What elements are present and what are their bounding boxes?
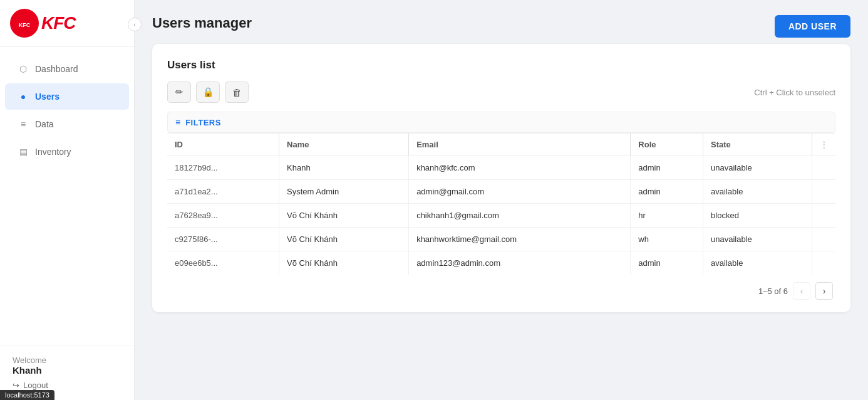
lock-button[interactable]: 🔒 xyxy=(196,82,220,103)
sidebar-item-label-users: Users xyxy=(35,92,59,102)
ctrl-hint: Ctrl + Click to unselect xyxy=(754,88,835,97)
next-page-button[interactable]: › xyxy=(815,282,833,300)
users-list-card: Users list ✏ 🔒 🗑 Ctrl + Click to unselec… xyxy=(152,44,850,312)
cell-email: khanhworktime@gmail.com xyxy=(409,228,631,251)
toolbar-left: ✏ 🔒 🗑 xyxy=(167,82,249,103)
kfc-logo-circle: KFC xyxy=(10,9,39,38)
cell-id: a7628ea9... xyxy=(167,204,279,228)
sidebar-item-inventory[interactable]: ▤ Inventory xyxy=(5,139,129,165)
cell-more xyxy=(812,156,836,180)
cell-name: System Admin xyxy=(279,180,409,204)
add-user-button[interactable]: ADD USER xyxy=(775,15,850,38)
cell-name: Khanh xyxy=(279,156,409,180)
col-header-state: State xyxy=(703,134,812,156)
page-title: Users manager xyxy=(152,15,850,31)
sidebar: KFC KFC ‹ ⬡ Dashboard ● Users ≡ Data ▤ I… xyxy=(0,0,135,400)
sidebar-item-label-dashboard: Dashboard xyxy=(35,64,78,74)
cell-id: e09ee6b5... xyxy=(167,251,279,275)
cell-email: khanh@kfc.com xyxy=(409,156,631,180)
cell-state: available xyxy=(703,180,812,204)
cell-name: Võ Chí Khánh xyxy=(279,251,409,275)
cell-name: Võ Chí Khánh xyxy=(279,204,409,228)
table-row[interactable]: a7628ea9... Võ Chí Khánh chikhanh1@gmail… xyxy=(167,204,835,228)
kfc-logo: KFC KFC xyxy=(10,9,76,38)
table-row[interactable]: c9275f86-... Võ Chí Khánh khanhworktime@… xyxy=(167,228,835,251)
cell-more xyxy=(812,251,836,275)
pagination: 1–5 of 6 ‹ › xyxy=(167,275,835,302)
users-icon: ● xyxy=(18,91,29,102)
lock-icon: 🔒 xyxy=(202,87,214,98)
pagination-summary: 1–5 of 6 xyxy=(758,287,788,296)
table-row[interactable]: a71d1ea2... System Admin admin@gmail.com… xyxy=(167,180,835,204)
sidebar-item-label-inventory: Inventory xyxy=(35,147,71,157)
delete-icon: 🗑 xyxy=(232,87,242,98)
sidebar-item-dashboard[interactable]: ⬡ Dashboard xyxy=(5,56,129,82)
filters-label: FILTERS xyxy=(185,118,221,127)
logo-area: KFC KFC xyxy=(0,0,134,47)
cell-state: available xyxy=(703,251,812,275)
kfc-brand-text: KFC xyxy=(41,13,76,33)
status-bar-url: localhost:5173 xyxy=(0,390,54,400)
toolbar: ✏ 🔒 🗑 Ctrl + Click to unselect xyxy=(167,82,835,103)
table-row[interactable]: e09ee6b5... Võ Chí Khánh admin123@admin.… xyxy=(167,251,835,275)
dashboard-icon: ⬡ xyxy=(18,63,29,75)
col-header-name: Name xyxy=(279,134,409,156)
cell-role: wh xyxy=(631,228,703,251)
cell-state: unavailable xyxy=(703,156,812,180)
users-list-title: Users list xyxy=(167,59,835,71)
users-table: ID Name Email Role State ⋮ 18127b9d... K… xyxy=(167,133,835,275)
sidebar-item-users[interactable]: ● Users xyxy=(5,83,129,110)
welcome-text: Welcome xyxy=(13,355,121,365)
logout-label: Logout xyxy=(23,381,48,390)
welcome-username: Khanh xyxy=(13,365,121,376)
col-header-id: ID xyxy=(167,134,279,156)
cell-more xyxy=(812,204,836,228)
prev-page-button[interactable]: ‹ xyxy=(793,282,810,300)
col-header-role: Role xyxy=(631,134,703,156)
cell-state: unavailable xyxy=(703,228,812,251)
cell-email: chikhanh1@gmail.com xyxy=(409,204,631,228)
cell-id: c9275f86-... xyxy=(167,228,279,251)
cell-role: admin xyxy=(631,180,703,204)
logout-icon: ↪ xyxy=(13,381,19,390)
svg-text:KFC: KFC xyxy=(19,22,31,28)
sidebar-nav: ⬡ Dashboard ● Users ≡ Data ▤ Inventory xyxy=(0,47,134,345)
inventory-icon: ▤ xyxy=(18,146,29,157)
sidebar-collapse-button[interactable]: ‹ xyxy=(128,18,142,31)
logout-button[interactable]: ↪ Logout xyxy=(13,381,121,390)
col-header-email: Email xyxy=(409,134,631,156)
table-row[interactable]: 18127b9d... Khanh khanh@kfc.com admin un… xyxy=(167,156,835,180)
cell-id: a71d1ea2... xyxy=(167,180,279,204)
filters-row[interactable]: ≡ FILTERS xyxy=(167,112,835,133)
data-icon: ≡ xyxy=(18,118,29,130)
kfc-mascot-icon: KFC xyxy=(13,11,36,36)
cell-email: admin@gmail.com xyxy=(409,180,631,204)
cell-name: Võ Chí Khánh xyxy=(279,228,409,251)
table-header-row: ID Name Email Role State ⋮ xyxy=(167,134,835,156)
edit-button[interactable]: ✏ xyxy=(167,82,191,103)
cell-more xyxy=(812,228,836,251)
cell-state: blocked xyxy=(703,204,812,228)
cell-role: admin xyxy=(631,156,703,180)
sidebar-item-label-data: Data xyxy=(35,119,54,129)
cell-id: 18127b9d... xyxy=(167,156,279,180)
sidebar-item-data[interactable]: ≡ Data xyxy=(5,111,129,137)
edit-icon: ✏ xyxy=(175,87,183,98)
cell-role: admin xyxy=(631,251,703,275)
cell-role: hr xyxy=(631,204,703,228)
main-content: Users manager ADD USER Users list ✏ 🔒 🗑 … xyxy=(135,0,868,400)
table-body: 18127b9d... Khanh khanh@kfc.com admin un… xyxy=(167,156,835,275)
col-header-more: ⋮ xyxy=(812,134,836,156)
delete-button[interactable]: 🗑 xyxy=(225,82,249,103)
cell-more xyxy=(812,180,836,204)
filters-icon: ≡ xyxy=(175,117,180,127)
cell-email: admin123@admin.com xyxy=(409,251,631,275)
